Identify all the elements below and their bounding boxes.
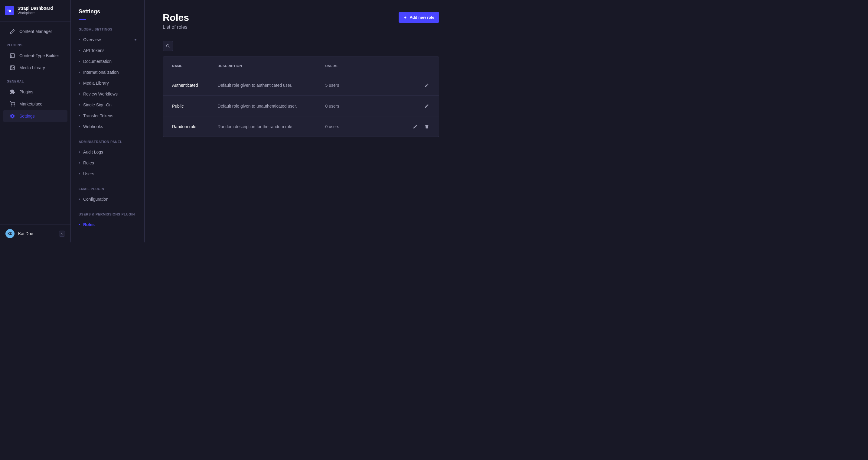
table-row[interactable]: Random roleRandom description for the ra… xyxy=(163,116,439,137)
settings-item-up-roles[interactable]: Roles xyxy=(71,219,144,230)
td-users: 0 users xyxy=(326,124,388,129)
sidebar-footer: KD Kai Doe xyxy=(0,225,70,242)
add-new-role-button[interactable]: Add new role xyxy=(399,12,439,23)
row-actions xyxy=(388,103,430,109)
settings-item-label: Webhooks xyxy=(83,124,103,129)
nav-label: Marketplace xyxy=(19,102,42,106)
settings-item-audit-logs[interactable]: Audit Logs xyxy=(71,146,144,158)
nav-label: Settings xyxy=(19,113,35,119)
delete-button[interactable] xyxy=(424,124,430,130)
pencil-icon xyxy=(424,104,429,108)
nav-content-type-builder[interactable]: Content-Type Builder xyxy=(3,50,67,61)
gear-icon xyxy=(10,113,15,119)
td-description: Random description for the random role xyxy=(218,124,326,129)
settings-item-api-tokens[interactable]: API Tokens xyxy=(71,45,144,56)
nav-label: Content-Type Builder xyxy=(19,53,59,58)
pencil-icon xyxy=(424,83,429,88)
app-logo xyxy=(5,6,14,15)
edit-button[interactable] xyxy=(424,103,430,109)
nav-section-plugins: Plugins xyxy=(0,38,70,49)
plus-icon xyxy=(403,16,407,19)
settings-item-label: Internationalization xyxy=(83,70,119,75)
td-description: Default role given to unauthenticated us… xyxy=(218,104,326,108)
settings-item-users[interactable]: Users xyxy=(71,168,144,179)
td-name: Authenticated xyxy=(172,83,218,88)
settings-title: Settings xyxy=(71,7,144,20)
settings-item-label: Users xyxy=(83,171,94,176)
nav-marketplace[interactable]: Marketplace xyxy=(3,98,67,110)
indicator-dot xyxy=(134,39,136,40)
image-icon xyxy=(10,65,15,70)
edit-button[interactable] xyxy=(412,124,418,130)
collapse-sidebar-button[interactable] xyxy=(59,231,65,237)
trash-icon xyxy=(424,124,429,129)
settings-item-label: Audit Logs xyxy=(83,150,103,155)
svg-point-2 xyxy=(11,66,12,67)
settings-sidebar: Settings Global Settings Overview API To… xyxy=(71,0,145,242)
nav-content-manager[interactable]: Content Manager xyxy=(3,26,67,37)
th-users: Users xyxy=(326,64,388,68)
edit-button[interactable] xyxy=(424,82,430,88)
td-name: Public xyxy=(172,104,218,108)
settings-item-label: Media Library xyxy=(83,81,109,86)
table-row[interactable]: PublicDefault role given to unauthentica… xyxy=(163,96,439,116)
cart-icon xyxy=(10,101,15,107)
svg-rect-0 xyxy=(10,54,14,58)
app-title: Strapi Dashboard xyxy=(18,5,53,11)
th-description: Description xyxy=(218,64,326,68)
settings-item-label: Single Sign-On xyxy=(83,102,112,107)
settings-item-overview[interactable]: Overview xyxy=(71,34,144,45)
nav-media-library[interactable]: Media Library xyxy=(3,62,67,73)
settings-section-email: Email Plugin xyxy=(71,179,144,194)
settings-item-review-workflows[interactable]: Review Workflows xyxy=(71,89,144,99)
search-button[interactable] xyxy=(163,41,173,51)
settings-section-users-permissions: Users & Permissions Plugin xyxy=(71,205,144,219)
chevron-left-icon xyxy=(61,232,63,235)
settings-item-label: Roles xyxy=(83,222,95,227)
page-header: Roles List of roles Add new role xyxy=(163,12,439,30)
layout-icon xyxy=(10,53,15,58)
td-users: 5 users xyxy=(326,83,388,88)
settings-item-single-sign-on[interactable]: Single Sign-On xyxy=(71,99,144,110)
settings-item-documentation[interactable]: Documentation xyxy=(71,56,144,67)
settings-item-webhooks[interactable]: Webhooks xyxy=(71,121,144,132)
settings-item-transfer-tokens[interactable]: Transfer Tokens xyxy=(71,110,144,121)
td-description: Default role given to authenticated user… xyxy=(218,83,326,88)
nav-plugins[interactable]: Plugins xyxy=(3,86,67,98)
nav-section-general: General xyxy=(0,74,70,86)
page-title: Roles xyxy=(163,12,189,23)
settings-item-media-library[interactable]: Media Library xyxy=(71,78,144,89)
roles-table: Name Description Users AuthenticatedDefa… xyxy=(163,57,439,137)
table-header-row: Name Description Users xyxy=(163,57,439,75)
button-label: Add new role xyxy=(409,15,434,20)
settings-item-label: Overview xyxy=(83,37,101,42)
user-avatar[interactable]: KD xyxy=(5,229,14,238)
th-name: Name xyxy=(172,64,218,68)
main-content: Roles List of roles Add new role Name De… xyxy=(145,0,457,242)
main-sidebar: Strapi Dashboard Workplace Content Manag… xyxy=(0,0,71,242)
settings-item-email-configuration[interactable]: Configuration xyxy=(71,194,144,205)
settings-item-internationalization[interactable]: Internationalization xyxy=(71,67,144,78)
sidebar-header: Strapi Dashboard Workplace xyxy=(0,0,70,22)
settings-item-label: Transfer Tokens xyxy=(83,113,114,118)
settings-item-label: API Tokens xyxy=(83,48,105,53)
td-name: Random role xyxy=(172,124,218,129)
search-icon xyxy=(166,44,170,48)
svg-point-3 xyxy=(11,106,12,106)
settings-item-label: Roles xyxy=(83,161,94,165)
row-actions xyxy=(388,82,430,88)
table-row[interactable]: AuthenticatedDefault role given to authe… xyxy=(163,75,439,96)
settings-item-label: Configuration xyxy=(83,197,108,202)
puzzle-icon xyxy=(10,89,15,95)
settings-section-global: Global Settings xyxy=(71,20,144,34)
user-name: Kai Doe xyxy=(18,231,55,236)
nav-label: Plugins xyxy=(19,90,33,94)
row-actions xyxy=(388,124,430,130)
nav-settings[interactable]: Settings xyxy=(3,110,67,122)
settings-item-admin-roles[interactable]: Roles xyxy=(71,158,144,168)
svg-point-4 xyxy=(14,106,14,106)
sidebar-body: Content Manager Plugins Content-Type Bui… xyxy=(0,22,70,225)
page-subtitle: List of roles xyxy=(163,25,189,30)
settings-section-admin: Administration Panel xyxy=(71,132,144,146)
nav-label: Content Manager xyxy=(19,29,52,34)
